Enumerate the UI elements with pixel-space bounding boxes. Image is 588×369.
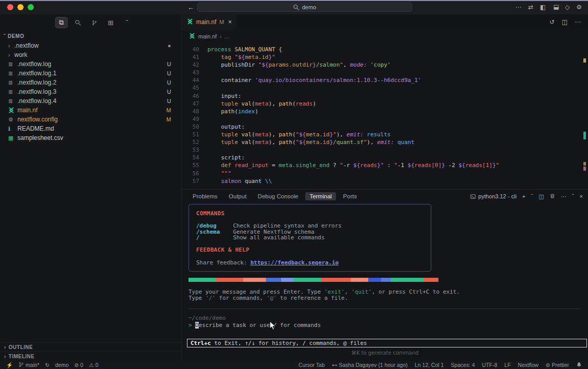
panel-tab-problems[interactable]: Problems: [188, 192, 222, 200]
terminal-dropdown-icon[interactable]: ˇ: [531, 193, 533, 199]
new-terminal-button[interactable]: +: [522, 193, 525, 199]
kill-terminal-icon[interactable]: [550, 193, 555, 200]
breadcrumb[interactable]: main.nf › ...: [182, 30, 588, 43]
explorer-icon[interactable]: ⧉: [55, 17, 68, 28]
code-line: 50 output:: [182, 123, 588, 131]
cursor-tab-toggle[interactable]: Cursor Tab: [299, 362, 325, 368]
command-description: Show all available commands: [233, 235, 325, 241]
feedback-link[interactable]: https://feedback.seqera.io: [250, 259, 339, 266]
command-center-search[interactable]: demo: [197, 3, 412, 12]
cursor-position[interactable]: Ln 12, Col 1: [415, 362, 444, 368]
panel-tab-terminal[interactable]: Terminal: [305, 192, 335, 200]
more-actions-icon[interactable]: ⋯: [515, 4, 521, 11]
maximize-panel-icon[interactable]: ˆ: [572, 193, 574, 199]
terminal-prompt-line[interactable]: > Describe a task or use / for commands: [188, 322, 587, 329]
file-row[interactable]: ≣.nextflow.logU: [0, 59, 181, 69]
code-line: 41 tag "${meta.id}": [182, 53, 588, 61]
code-line: 43: [182, 69, 588, 76]
code-text: container 'quay.io/biocontainers/salmon:…: [199, 76, 421, 84]
indentation[interactable]: Spaces: 4: [451, 362, 475, 368]
code-line: 40process SALMON_QUANT {: [182, 46, 588, 53]
code-line: 48 path(index): [182, 108, 588, 115]
nf-icon: [8, 107, 15, 113]
remote-icon[interactable]: ⚡: [6, 362, 13, 368]
warnings-indicator[interactable]: ⚠0: [89, 362, 98, 368]
git-branch-indicator[interactable]: main*: [18, 362, 39, 368]
file-row[interactable]: ›.nextflow●: [0, 41, 181, 50]
code-text: path(index): [199, 108, 258, 115]
zoom-window-button[interactable]: [28, 4, 34, 10]
panel-tab-ports[interactable]: Ports: [339, 192, 361, 200]
titlebar-actions: ⋯⇄◧◧◇⚙: [515, 0, 582, 14]
line-number: 43: [182, 69, 199, 76]
file-row[interactable]: ℹREADME.md: [0, 124, 181, 133]
code-text: [199, 69, 207, 76]
file-row[interactable]: ▦samplesheet.csv: [0, 133, 181, 142]
back-button[interactable]: ←: [187, 4, 194, 11]
explorer-section-header[interactable]: ˇ DEMO: [0, 31, 181, 41]
panel-tab-debug-console[interactable]: Debug Console: [254, 192, 302, 200]
eol[interactable]: LF: [505, 362, 511, 368]
more-actions-icon[interactable]: ⋯: [561, 193, 566, 200]
errors-indicator[interactable]: ⊘0: [74, 362, 83, 368]
info-icon: ℹ: [8, 126, 15, 132]
notifications-bell-icon[interactable]: [576, 362, 582, 368]
file-row[interactable]: ≣.nextflow.log.1U: [0, 69, 181, 78]
source-control-icon[interactable]: [88, 17, 100, 28]
line-number: 49: [182, 115, 199, 123]
code-line: 44 container 'quay.io/biocontainers/salm…: [182, 76, 588, 84]
log-icon: ≣: [8, 79, 15, 86]
language-mode[interactable]: Nextflow: [518, 362, 538, 368]
git-status-badge: U: [167, 61, 171, 67]
status-bar: ⚡main*↻demo⊘0⚠0 Cursor Tab⊷Sasha Dagayev…: [0, 361, 588, 369]
file-row[interactable]: ≣.nextflow.log.2U: [0, 78, 181, 87]
terminal-content[interactable]: COMMANDS /debugCheck pipeline syntax and…: [182, 203, 588, 361]
code-line: 53: [182, 146, 588, 154]
file-row[interactable]: ›work: [0, 50, 181, 59]
commit-icon: ⊷: [332, 362, 338, 368]
settings-gear-icon[interactable]: ⚙: [576, 4, 582, 11]
code-editor[interactable]: 40process SALMON_QUANT {41 tag "${meta.i…: [182, 43, 588, 189]
encoding[interactable]: UTF-8: [482, 362, 497, 368]
search-icon[interactable]: [72, 17, 84, 28]
extensions-icon[interactable]: ⊞: [104, 17, 117, 28]
git-status-badge: U: [167, 89, 171, 95]
more-actions-icon[interactable]: ⋯: [575, 18, 581, 26]
package-icon[interactable]: ◇: [565, 4, 570, 11]
close-tab-icon[interactable]: ×: [228, 18, 232, 26]
sync-icon[interactable]: ⇄: [528, 4, 533, 11]
sidebar-section-outline[interactable]: ›OUTLINE: [0, 342, 181, 352]
sync-changes-icon[interactable]: ↻: [45, 362, 50, 368]
line-number: 44: [182, 76, 199, 84]
log-icon: ≣: [8, 98, 15, 105]
code-line: 55 def read_input = meta.single_end ? "-…: [182, 161, 588, 169]
file-name: README.md: [17, 125, 171, 132]
minimize-window-button[interactable]: [17, 4, 24, 10]
code-line: 42 publishDir "${params.outdir}/salmon",…: [182, 61, 588, 69]
file-name: .nextflow.log.2: [17, 79, 167, 86]
task-name[interactable]: demo: [55, 362, 69, 368]
line-number: 45: [182, 84, 199, 92]
layout-panel-icon[interactable]: ◧: [553, 4, 558, 11]
split-editor-icon[interactable]: ◫: [562, 18, 568, 26]
close-panel-icon[interactable]: ×: [580, 193, 583, 199]
code-text: tuple val(meta), path(reads): [199, 100, 316, 108]
git-blame[interactable]: ⊷Sasha Dagayev (1 hour ago): [332, 362, 408, 368]
file-row[interactable]: ≣.nextflow.log.4U: [0, 96, 181, 106]
split-terminal-icon[interactable]: ◫: [538, 193, 543, 200]
panel-tab-output[interactable]: Output: [225, 192, 251, 200]
terminal-instance[interactable]: python3.12 - cli: [470, 193, 517, 199]
command-name: /: [196, 235, 233, 241]
open-changes-icon[interactable]: ↺: [550, 18, 555, 26]
file-row[interactable]: main.nfM: [0, 106, 181, 115]
line-number: 54: [182, 154, 199, 161]
prettier-status[interactable]: ⊘Prettier: [545, 362, 569, 368]
layout-sidebar-icon[interactable]: ◧: [540, 4, 545, 11]
overview-ruler-mark: [583, 58, 586, 63]
file-row[interactable]: ≣.nextflow.log.3U: [0, 87, 181, 96]
tab-main-nf[interactable]: main.nf M ×: [182, 14, 237, 30]
close-window-button[interactable]: [7, 4, 13, 10]
chevron-down-icon[interactable]: ˇ: [121, 17, 133, 28]
file-row[interactable]: ⚙nextflow.configM: [0, 115, 181, 124]
sidebar-section-timeline[interactable]: ›TIMELINE: [0, 352, 181, 361]
